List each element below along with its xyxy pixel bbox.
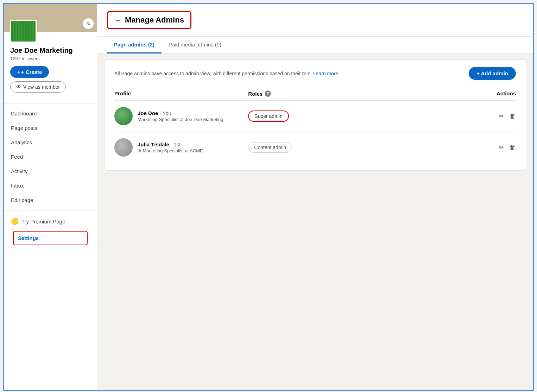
pencil-icon: ✎ (86, 21, 90, 26)
content-admin-badge: Content admin (248, 142, 292, 153)
col-profile-header: Profile (114, 90, 248, 97)
delete-icon-julia[interactable]: 🗑 (510, 144, 516, 151)
roles-help-icon[interactable]: ? (265, 90, 271, 97)
admin-title-joe: Marketing Specialist at Joe Doe Marketin… (138, 117, 223, 122)
admin-panel: All Page admins have access to admin vie… (104, 59, 526, 171)
sidebar-item-settings[interactable]: Settings (13, 231, 88, 245)
col-actions-header: Actions (382, 90, 516, 97)
create-button[interactable]: + + Create (10, 66, 49, 78)
sidebar-item-feed[interactable]: Feed (4, 150, 97, 164)
role-cell-julia: Content admin (248, 142, 382, 153)
sidebar-item-dashboard[interactable]: Dashboard (4, 106, 97, 121)
actions-cell-julia: ✏ 🗑 (382, 144, 516, 151)
eye-icon: 👁 (16, 84, 21, 90)
super-admin-badge: Super admin (248, 110, 289, 122)
actions-cell-joe: ✏ 🗑 (382, 112, 516, 120)
role-cell-joe: Super admin (248, 110, 382, 122)
try-premium-item[interactable]: 🟡 Try Premium Page (10, 213, 90, 229)
sidebar-bottom: 🟡 Try Premium Page Settings (4, 213, 97, 245)
sidebar-nav: Dashboard Page posts Analytics Feed Acti… (4, 106, 97, 207)
avatar-julia (114, 138, 133, 157)
header-highlight-box: ← Manage Admins (107, 11, 191, 29)
you-label: · You (160, 110, 171, 116)
back-button[interactable]: ← (114, 16, 121, 24)
sidebar-item-inbox[interactable]: Inbox (4, 178, 97, 193)
profile-cell-julia: Julia Tisdale · 1st Jr Marketing Special… (114, 138, 248, 157)
add-admin-button[interactable]: + Add admin (469, 67, 516, 80)
tab-page-admins[interactable]: Page admins (2) (107, 37, 162, 53)
company-logo (10, 20, 37, 43)
sidebar-divider (4, 103, 97, 103)
info-text: All Page admins have access to admin vie… (114, 71, 338, 76)
followers-count: 1267 followers (10, 56, 90, 61)
admin-name-julia: Julia Tisdale · 1st (138, 141, 203, 147)
page-title: Manage Admins (125, 15, 184, 25)
admin-title-julia: Jr Marketing Specialist at ACME (138, 148, 203, 153)
tab-paid-media-admins[interactable]: Paid media admins (0) (162, 37, 228, 53)
delete-icon-joe[interactable]: 🗑 (510, 113, 516, 120)
edit-icon-joe[interactable]: ✏ (499, 112, 504, 120)
page-header: ← Manage Admins (97, 4, 533, 37)
edit-icon-julia[interactable]: ✏ (499, 144, 504, 151)
plus-icon: + (17, 69, 20, 75)
profile-info-joe: Joe Doe · You Marketing Specialist at Jo… (138, 110, 223, 122)
connection-label: · 1st (171, 141, 181, 147)
avatar-joe (114, 107, 133, 125)
view-as-member-button[interactable]: 👁 View as member (10, 81, 66, 93)
profile-cell-joe: Joe Doe · You Marketing Specialist at Jo… (114, 107, 248, 125)
col-roles-header: Roles ? (248, 90, 382, 97)
sidebar-item-edit-page[interactable]: Edit page (4, 193, 97, 207)
table-row: Julia Tisdale · 1st Jr Marketing Special… (114, 132, 516, 163)
sidebar-item-analytics[interactable]: Analytics (4, 135, 97, 150)
company-name: Joe Doe Marketing (10, 46, 90, 55)
back-arrow-icon: ← (114, 16, 121, 24)
tabs-bar: Page admins (2) Paid media admins (0) (97, 37, 533, 54)
sidebar-item-activity[interactable]: Activity (4, 164, 97, 178)
sidebar-divider-2 (4, 210, 97, 210)
table-row: Joe Doe · You Marketing Specialist at Jo… (114, 101, 516, 132)
sidebar-item-page-posts[interactable]: Page posts (4, 121, 97, 135)
learn-more-link[interactable]: Learn more (313, 71, 339, 76)
edit-cover-button[interactable]: ✎ (83, 18, 94, 29)
info-bar: All Page admins have access to admin vie… (114, 67, 516, 80)
sidebar: ✎ Joe Doe Marketing 1267 followers + + C… (4, 4, 97, 390)
admin-name-joe: Joe Doe · You (138, 110, 223, 116)
main-content: ← Manage Admins Page admins (2) Paid med… (97, 4, 533, 390)
profile-info-julia: Julia Tisdale · 1st Jr Marketing Special… (138, 141, 203, 153)
cover-photo: ✎ (4, 4, 97, 32)
premium-icon: 🟡 (11, 217, 19, 225)
table-header: Profile Roles ? Actions (114, 87, 516, 101)
